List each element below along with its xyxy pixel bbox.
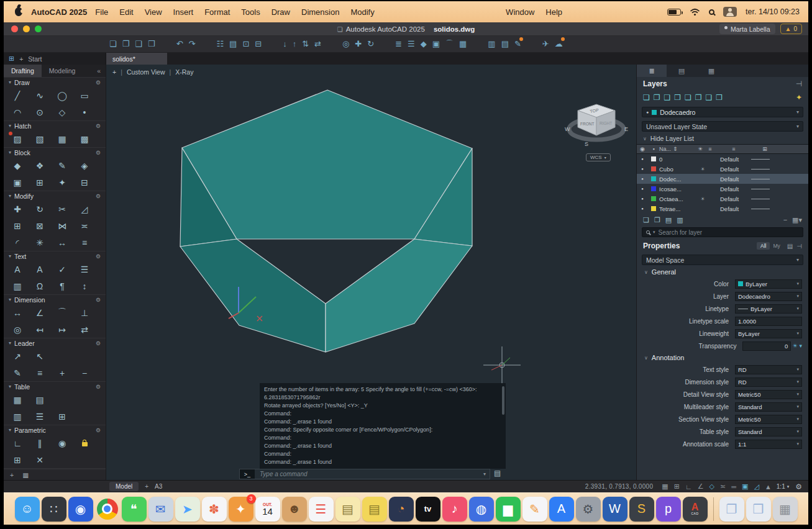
mtext-tool-icon[interactable]: A [6,261,29,277]
property-value-layer[interactable]: Dodecaedro▾ [735,292,802,301]
copy-icon[interactable]: ⊡ [242,38,249,50]
layer-color-swatch[interactable] [651,196,656,201]
layer-search-field[interactable]: ▾ Search for layer [642,227,803,237]
sheet-set-icon[interactable]: ▤ [501,38,509,50]
dock-item-launchpad[interactable]: ∷ [42,497,66,522]
apple-menu-icon[interactable] [15,7,22,16]
dock-item-photos[interactable]: ✽ [202,497,227,522]
insert-column-icon[interactable]: ☰ [29,409,51,424]
import-icon[interactable]: ↓ [283,38,287,50]
signed-in-user[interactable]: Marta Labella [719,24,775,34]
user-switch-icon[interactable] [723,7,737,17]
tab-modeling[interactable]: Modeling [42,65,83,77]
dock-item-pages[interactable]: ✎ [522,497,547,522]
circle-tool-icon[interactable]: ◯ [51,88,73,103]
command-copy-icon[interactable]: ▤ [494,469,501,477]
cloud-icon[interactable]: ☁ [555,38,563,50]
dock-item-mail[interactable]: ✉ [148,497,173,522]
layer-on-icon[interactable]: ● [637,167,648,171]
warning-badge[interactable]: ▲0 [780,24,802,34]
layer-states-icon[interactable]: ❑ [706,93,713,102]
tab-layers-palette[interactable]: ≣ [637,65,667,77]
offset-tool-icon[interactable]: ≍ [73,218,96,233]
dock-item-stickies[interactable]: ▤ [362,497,387,522]
move-tool-icon[interactable]: ✚ [6,201,29,217]
property-group-general[interactable]: ∨General [637,266,808,278]
dock-item-app-store[interactable]: A [549,497,574,522]
tool-palettes-icon[interactable]: ▥ [488,38,495,50]
tab-drafting[interactable]: Drafting [4,65,42,77]
property-value-multileader-style[interactable]: Standard▾ [735,402,802,412]
object-snap-icon[interactable]: ◇ [709,482,714,491]
dodecahedron-face-front-right[interactable] [326,239,472,352]
add-leader-icon[interactable]: ✎ [6,365,29,381]
redo-icon[interactable]: ↷ [189,38,196,50]
panel-options-icon[interactable]: ▦ [22,471,29,479]
layer-color-swatch[interactable] [651,206,656,211]
collapse-palette-icon[interactable]: « [97,65,106,77]
wifi-icon[interactable] [690,8,700,16]
attach-icon[interactable]: ✦ [51,174,73,190]
dock-item-apple-tv[interactable]: tv [416,497,440,522]
dock-item-finder[interactable]: ☺ [15,497,40,522]
name-column-header[interactable]: Na...⇕ [659,146,695,152]
section-header-parametric[interactable]: ▾Parametric⚙ [4,425,106,435]
layer-walk-icon[interactable]: ❒ [716,93,723,102]
dynamic-ucs-icon[interactable]: ◿ [754,482,759,491]
leader-edit-icon[interactable]: ↖ [29,348,51,364]
gear-icon[interactable]: ⚙ [96,340,101,346]
polyline-tool-icon[interactable]: ∿ [29,88,51,103]
measure-icon[interactable]: ⌒ [445,38,454,50]
lock-constraint-icon[interactable] [73,435,96,451]
grid-options-icon[interactable]: ⊞ [752,146,777,152]
dimension-break-icon[interactable]: ⇄ [73,322,96,337]
transparency-options-icon[interactable]: ▾ [799,343,802,349]
text-scale-icon[interactable]: ↕ [73,278,96,294]
ortho-mode-icon[interactable]: ∟ [685,483,692,491]
panel-pin-icon[interactable]: ⊣ [796,79,802,88]
dock-item-calendar[interactable]: OUT.14 [255,497,280,522]
layer-state-save-icon[interactable]: ❏ [643,216,649,224]
gear-icon[interactable]: ⚙ [96,384,101,390]
dock-item-app-orange[interactable]: ✦3 [229,497,253,522]
property-value-transparency[interactable]: 0 [742,341,791,351]
hide-layer-list-toggle[interactable]: ∨ Hide Layer List [637,133,808,144]
layer-on-icon[interactable]: ● [637,187,648,191]
solid-fill-tool-icon[interactable]: ▩ [73,131,96,147]
layer-color-swatch[interactable] [651,156,656,161]
mirror-tool-icon[interactable]: ⋈ [51,218,73,233]
gear-icon[interactable]: ⚙ [96,123,101,129]
layer-state-dropdown[interactable]: Unsaved Layer State ▾ [642,121,803,132]
dock-item-trash[interactable]: ▦ [773,497,798,522]
zoom-icon[interactable]: ◎ [342,38,349,50]
property-value-linetype[interactable]: ByLayer▾ [735,304,802,314]
orbit-icon[interactable]: ↻ [367,38,374,50]
properties-settings-icon[interactable]: ▤ [787,243,793,250]
section-header-table[interactable]: ▾Table⚙ [4,381,106,391]
base-point-icon[interactable]: ⊞ [29,174,51,190]
create-block-icon[interactable]: ❖ [29,158,51,173]
lock-column-icon[interactable]: ≡ [705,146,715,152]
annotation-scale-control[interactable]: 1:1 ▾ [777,483,789,490]
transfer-icon[interactable]: ⇅ [302,38,309,50]
gear-icon[interactable]: ⚙ [96,150,101,156]
menubar-clock[interactable]: ter. 14/10 09:23 [746,7,800,16]
property-group-annotation[interactable]: ∨Annotation [637,352,808,363]
dock-item-folder-downloads[interactable]: ❒ [746,497,771,522]
stretch-tool-icon[interactable]: ↔ [51,235,73,250]
arc-tool-icon[interactable]: ◠ [6,104,29,120]
grid-display-icon[interactable]: ▦ [662,482,668,491]
gear-icon[interactable]: ⚙ [96,427,101,433]
freeze-layer-icon[interactable]: ❑ [664,93,671,102]
section-header-leader[interactable]: ▾Leader⚙ [4,338,106,348]
dock-item-notes[interactable]: ▤ [335,497,360,522]
property-value-detail-view-style[interactable]: Metric50▾ [735,390,802,399]
layer-on-icon[interactable]: ● [637,177,648,181]
layer-color-swatch[interactable] [651,186,656,191]
publish-icon[interactable]: ▤ [229,38,237,50]
paragraph-tool-icon[interactable]: ¶ [51,278,73,294]
property-value-lineweight[interactable]: ByLayer▾ [735,329,802,338]
collect-leader-icon[interactable]: + [51,365,73,381]
filter-my-button[interactable]: My [770,242,783,250]
share-icon[interactable]: ✈ [542,38,549,50]
